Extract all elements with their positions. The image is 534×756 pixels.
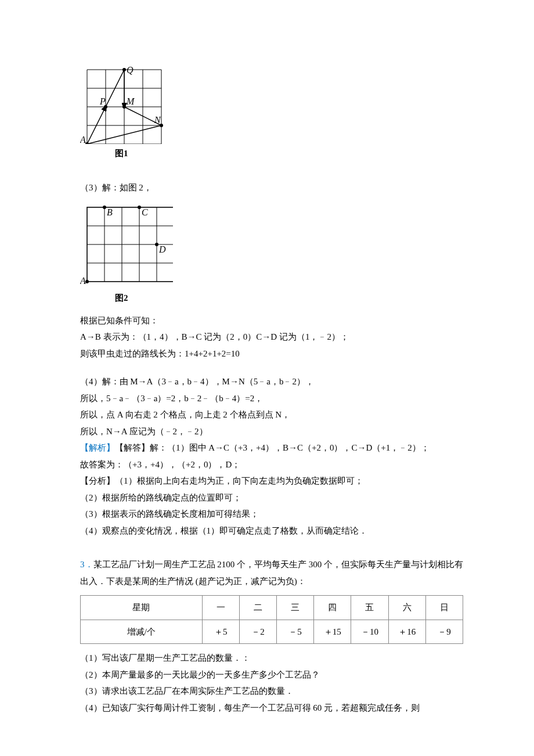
table-cell: 五	[351, 596, 388, 620]
problem-3-q4: （4）已知该厂实行每周计件工资制，每生产一个工艺品可得 60 元，若超额完成任务…	[80, 700, 464, 717]
section-4-line1: （4）解：由 M→A（3﹣a，b﹣4），M→N（5﹣a，b﹣2），	[80, 373, 464, 390]
fig2-label-C: C	[142, 207, 148, 217]
svg-point-30	[138, 206, 141, 209]
analysis-label: 【解析】	[80, 443, 115, 452]
table-cell: 二	[239, 596, 276, 620]
path-ab: A→B 表示为：（1，4），B→C 记为（2，0）C→D 记为（1，﹣2）；	[80, 329, 464, 345]
svg-point-29	[103, 206, 106, 209]
fenxi-3: （3）根据表示的路线确定长度相加可得结果；	[80, 506, 464, 523]
fig2-label-A: A	[80, 276, 86, 286]
problem-3-num: 3．	[80, 560, 93, 569]
analysis-answer: 【解答】解：（1）图中 A→C（+3，+4），B→C（+2，0），C→D（+1，…	[115, 443, 430, 452]
fig2-label-B: B	[107, 207, 113, 217]
table-header-delta: 增减/个	[81, 620, 203, 644]
section-4-line2: 所以，5﹣a﹣（3﹣a）=2，b﹣2﹣（b﹣4）=2，	[80, 390, 464, 407]
table-cell: －9	[425, 620, 463, 644]
section-4-line3: 所以，点 A 向右走 2 个格点，向上走 2 个格点到点 N，	[80, 406, 464, 423]
figure-2-caption: 图2	[115, 290, 464, 307]
analysis-line-1: 【解析】【解答】解：（1）图中 A→C（+3，+4），B→C（+2，0），C→D…	[80, 440, 464, 456]
figure-2-svg: A B C D	[80, 200, 173, 289]
fig1-label-N: N	[154, 115, 161, 125]
figure-2: A B C D 图2	[80, 200, 464, 307]
fig1-label-Q: Q	[127, 65, 134, 75]
table-cell: 日	[425, 596, 463, 620]
table-cell: －2	[239, 620, 276, 644]
page-root: A P M Q N 图1 （3）解：如图 2，	[0, 0, 534, 751]
fig1-label-P: P	[99, 96, 106, 106]
table-cell: －5	[277, 620, 314, 644]
section-3-intro: （3）解：如图 2，	[80, 179, 464, 196]
table-cell: 一	[202, 596, 239, 620]
table-cell: ＋5	[202, 620, 239, 644]
fig2-label-D: D	[158, 244, 166, 254]
problem-3-q1: （1）写出该厂星期一生产工艺品的数量．：	[80, 650, 464, 667]
figure-1: A P M Q N 图1	[80, 63, 464, 162]
production-table-el: 星期 一 二 三 四 五 六 日 增减/个 ＋5 －2 －5 ＋15 －10 ＋…	[80, 595, 463, 644]
table-cell: ＋16	[388, 620, 425, 644]
fenxi-line-1: 【分析】（1）根据向上向右走均为正，向下向左走均为负确定数据即可；	[80, 473, 464, 489]
production-table: 星期 一 二 三 四 五 六 日 增减/个 ＋5 －2 －5 ＋15 －10 ＋…	[80, 595, 464, 644]
fenxi-1: （1）根据向上向右走均为正，向下向左走均为负确定数据即可；	[115, 476, 363, 485]
fenxi-label: 【分析】	[80, 476, 115, 485]
table-row: 星期 一 二 三 四 五 六 日	[81, 596, 463, 620]
section-4-line4: 所以，N→A 应记为（﹣2，﹣2）	[80, 423, 464, 440]
problem-3-q2: （2）本周产量最多的一天比最少的一天多生产多少个工艺品？	[80, 667, 464, 683]
table-cell: －10	[351, 620, 388, 644]
known-conditions: 根据已知条件可知：	[80, 312, 464, 329]
svg-point-31	[155, 243, 158, 246]
fig1-label-M: M	[126, 96, 135, 106]
figure-1-caption: 图1	[115, 145, 464, 162]
path-length: 则该甲虫走过的路线长为：1+4+2+1+2=10	[80, 345, 464, 362]
table-cell: ＋15	[314, 620, 351, 644]
analysis-so: 故答案为：（+3，+4），（+2，0），D；	[80, 456, 464, 473]
problem-3-body: 某工艺品厂计划一周生产工艺品 2100 个，平均每天生产 300 个，但实际每天…	[80, 560, 463, 586]
figure-1-svg: A P M Q N	[80, 63, 173, 144]
fig1-label-A: A	[80, 135, 86, 144]
table-cell: 四	[314, 596, 351, 620]
problem-3-q3: （3）请求出该工艺品厂在本周实际生产工艺品的数量．	[80, 683, 464, 700]
svg-point-28	[85, 280, 89, 283]
table-cell: 六	[388, 596, 425, 620]
fenxi-4: （4）观察点的变化情况，根据（1）即可确定点走了格数，从而确定结论．	[80, 523, 464, 539]
problem-3-text: 3．某工艺品厂计划一周生产工艺品 2100 个，平均每天生产 300 个，但实际…	[80, 556, 464, 589]
table-row: 增减/个 ＋5 －2 －5 ＋15 －10 ＋16 －9	[81, 620, 463, 644]
table-cell: 三	[277, 596, 314, 620]
table-header-weekday: 星期	[81, 596, 203, 620]
fenxi-2: （2）根据所给的路线确定点的位置即可；	[80, 489, 464, 506]
